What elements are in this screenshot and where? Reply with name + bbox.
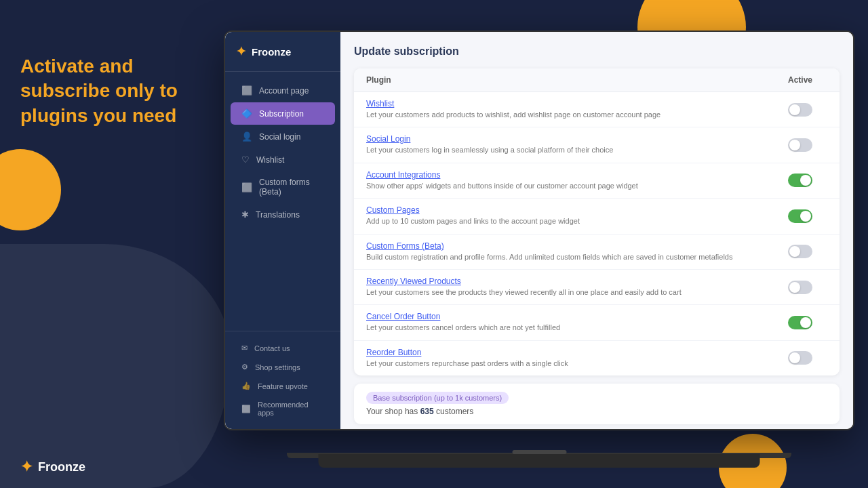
logo-icon: ✦ <box>20 458 33 476</box>
main-content: Update subscription Plugin Active Wishli… <box>340 32 853 429</box>
footer-item-shop-settings[interactable]: ⚙Shop settings <box>231 358 335 376</box>
sidebar-item-translations[interactable]: ✱Translations <box>231 203 335 226</box>
plugin-name-social-login[interactable]: Social Login <box>366 134 773 144</box>
sidebar-logo-icon: ✦ <box>236 44 246 59</box>
plugin-info-cancel-order: Cancel Order Button Let your customers c… <box>366 312 773 333</box>
customers-text: Your shop has <box>366 407 420 416</box>
sidebar-logo: ✦ Froonze <box>225 32 340 72</box>
subscription-info: Base subscription (up to 1k customers) Y… <box>354 384 840 424</box>
laptop-notch <box>512 450 566 454</box>
toggle-cancel-order[interactable] <box>788 316 812 329</box>
toggle-cell-reorder-button <box>773 351 827 365</box>
nav-icon-custom-forms: ⬜ <box>241 182 252 192</box>
laptop-screen: ✦ Froonze ⬜Account page🔷Subscription👤Soc… <box>224 30 854 430</box>
plugin-info-recently-viewed: Recently Viewed Products Let your custom… <box>366 277 773 298</box>
footer-label-feature-upvote: Feature upvote <box>258 382 308 390</box>
toggle-cell-custom-pages <box>773 209 827 223</box>
plugin-row-social-login: Social Login Let your customers log in s… <box>354 127 840 163</box>
toggle-knob-reorder-button <box>789 352 800 363</box>
nav-icon-translations: ✱ <box>241 209 249 220</box>
plugin-desc-social-login: Let your customers log in seamlessly usi… <box>366 145 773 155</box>
hero-line1: Activate and <box>20 56 134 77</box>
plugin-row-recently-viewed: Recently Viewed Products Let your custom… <box>354 270 840 305</box>
decorative-circle-left <box>0 149 61 230</box>
toggle-knob-social-login <box>789 140 800 150</box>
page-title: Update subscription <box>354 45 840 58</box>
toggle-custom-forms-beta[interactable] <box>788 245 812 258</box>
plugin-row-cancel-order: Cancel Order Button Let your customers c… <box>354 305 840 340</box>
plugin-row-wishlist: Wishlist Let your customers add products… <box>354 92 840 127</box>
plugin-info-account-integrations: Account Integrations Show other apps' wi… <box>366 170 773 191</box>
hero-section: Activate and subscribe only to plugins y… <box>20 54 178 128</box>
nav-label-wishlist: Wishlist <box>256 155 284 165</box>
sidebar-footer: ✉Contact us⚙Shop settings👍Feature upvote… <box>225 331 340 429</box>
plugin-info-custom-forms-beta: Custom Forms (Beta) Build custom registr… <box>366 241 773 262</box>
footer-item-recommended-apps[interactable]: ⬜Recommended apps <box>231 396 335 422</box>
customers-suffix: customers <box>434 407 474 416</box>
footer-label-recommended-apps: Recommended apps <box>258 401 324 417</box>
plugin-row-custom-forms-beta: Custom Forms (Beta) Build custom registr… <box>354 235 840 270</box>
nav-icon-subscription: 🔷 <box>241 108 252 119</box>
plugin-name-account-integrations[interactable]: Account Integrations <box>366 170 773 180</box>
nav-label-translations: Translations <box>256 210 300 220</box>
footer-icon-contact-us: ✉ <box>241 344 248 352</box>
footer-icon-feature-upvote: 👍 <box>241 382 251 390</box>
subscription-customers: Your shop has 635 customers <box>366 407 827 416</box>
toggle-social-login[interactable] <box>788 138 812 152</box>
plugin-name-custom-forms-beta[interactable]: Custom Forms (Beta) <box>366 241 773 251</box>
toggle-recently-viewed[interactable] <box>788 281 812 294</box>
footer-icon-recommended-apps: ⬜ <box>241 405 251 413</box>
plugin-table: Plugin Active Wishlist Let your customer… <box>354 68 840 375</box>
sidebar-logo-text: Froonze <box>252 46 291 58</box>
plugin-name-wishlist[interactable]: Wishlist <box>366 99 773 108</box>
nav-label-custom-forms: Custom forms (Beta) <box>259 178 324 197</box>
plugin-name-recently-viewed[interactable]: Recently Viewed Products <box>366 277 773 286</box>
toggle-cell-account-integrations <box>773 174 827 187</box>
col-active: Active <box>773 75 827 85</box>
toggle-cell-custom-forms-beta <box>773 245 827 258</box>
plugin-rows: Wishlist Let your customers add products… <box>354 92 840 375</box>
footer-label-contact-us: Contact us <box>254 344 290 352</box>
plugin-desc-cancel-order: Let your customers cancel orders which a… <box>366 323 773 333</box>
footer-item-contact-us[interactable]: ✉Contact us <box>231 339 335 357</box>
sidebar-item-custom-forms[interactable]: ⬜Custom forms (Beta) <box>231 171 335 203</box>
nav-icon-account-page: ⬜ <box>241 85 252 96</box>
toggle-custom-pages[interactable] <box>788 209 812 223</box>
plugin-name-cancel-order[interactable]: Cancel Order Button <box>366 312 773 321</box>
toggle-knob-custom-forms-beta <box>789 246 800 257</box>
plugin-name-custom-pages[interactable]: Custom Pages <box>366 205 773 215</box>
hero-line3: plugins you need <box>20 105 176 126</box>
nav-icon-social-login: 👤 <box>241 131 252 142</box>
sidebar-item-social-login[interactable]: 👤Social login <box>231 125 335 148</box>
sidebar-item-subscription[interactable]: 🔷Subscription <box>231 102 335 125</box>
hero-line2-normal: subscribe <box>20 80 115 101</box>
toggle-wishlist[interactable] <box>788 103 812 117</box>
col-plugin: Plugin <box>366 75 773 85</box>
toggle-knob-account-integrations <box>800 175 811 186</box>
nav-label-subscription: Subscription <box>259 109 304 119</box>
plugin-desc-wishlist: Let your customers add products to wishl… <box>366 110 773 120</box>
toggle-reorder-button[interactable] <box>788 351 812 365</box>
sidebar-item-wishlist[interactable]: ♡Wishlist <box>231 148 335 171</box>
toggle-knob-recently-viewed <box>789 282 800 293</box>
laptop-frame: ✦ Froonze ⬜Account page🔷Subscription👤Soc… <box>224 30 854 468</box>
plugin-desc-custom-pages: Add up to 10 custom pages and links to t… <box>366 216 773 226</box>
bottom-logo: ✦ Froonze <box>20 458 85 476</box>
plugin-info-wishlist: Wishlist Let your customers add products… <box>366 99 773 120</box>
plugin-name-reorder-button[interactable]: Reorder Button <box>366 348 773 357</box>
sidebar-item-account-page[interactable]: ⬜Account page <box>231 79 335 102</box>
nav-label-social-login: Social login <box>259 132 300 142</box>
app-container: ✦ Froonze ⬜Account page🔷Subscription👤Soc… <box>225 32 853 429</box>
plugin-info-social-login: Social Login Let your customers log in s… <box>366 134 773 155</box>
plugin-row-reorder-button: Reorder Button Let your customers repurc… <box>354 341 840 375</box>
footer-label-shop-settings: Shop settings <box>255 363 300 371</box>
footer-item-feature-upvote[interactable]: 👍Feature upvote <box>231 377 335 395</box>
plugin-desc-recently-viewed: Let your customers see the products they… <box>366 287 773 298</box>
subscription-badge: Base subscription (up to 1k customers) <box>366 392 509 404</box>
toggle-account-integrations[interactable] <box>788 174 812 187</box>
plugin-desc-reorder-button: Let your customers repurchase past order… <box>366 359 773 369</box>
toggle-cell-wishlist <box>773 103 827 117</box>
plugin-row-custom-pages: Custom Pages Add up to 10 custom pages a… <box>354 199 840 234</box>
toggle-knob-cancel-order <box>800 317 811 328</box>
laptop-base <box>319 454 760 468</box>
